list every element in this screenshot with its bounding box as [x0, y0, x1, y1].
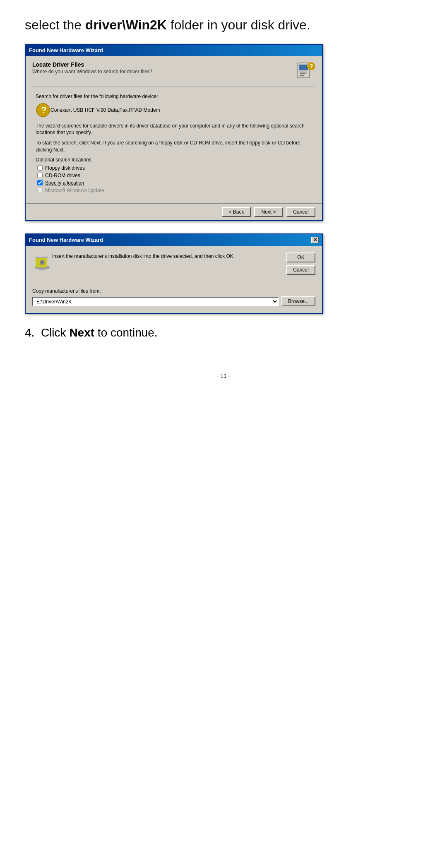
device-question-icon: ? — [36, 103, 50, 118]
dialog2-cancel-button[interactable]: Cancel — [286, 265, 315, 275]
dialog2-close-button[interactable]: ✕ — [311, 237, 319, 243]
checkbox-specify-input[interactable] — [37, 180, 43, 185]
browse-button[interactable]: Browse... — [281, 296, 315, 306]
step4-bold: Next — [69, 326, 94, 339]
svg-text:?: ? — [310, 63, 313, 70]
intro-text-after: folder in your disk drive. — [167, 17, 310, 32]
back-button[interactable]: < Back — [222, 207, 251, 217]
dialog2-ok-button[interactable]: OK — [286, 252, 315, 262]
dialog1-title: Found New Hardware Wizard — [29, 47, 103, 53]
path-row: E:\Driver\Win2K Browse... — [32, 296, 315, 306]
dialog1-found-new-hardware: Found New Hardware Wizard Locate Driver … — [25, 44, 323, 221]
intro-text-before: select the — [25, 17, 85, 32]
search-label: Search for driver files for the followin… — [36, 94, 312, 99]
main-body: Search for driver files for the followin… — [32, 90, 315, 198]
dialog2-message: Insert the manufacturer's installation d… — [52, 252, 280, 260]
desc2: To start the search, click Next. If you … — [36, 139, 312, 154]
wizard-icon: ? — [296, 61, 315, 81]
desc1: The wizard searches for suitable drivers… — [36, 123, 312, 137]
checkbox-specify[interactable]: Specify a location — [37, 180, 312, 186]
cancel-button[interactable]: Cancel — [286, 207, 315, 217]
next-button[interactable]: Next > — [254, 207, 283, 217]
intro-bold: driver\Win2K — [85, 17, 167, 32]
step4-text-before: Click — [41, 326, 69, 339]
dialog1-body: Locate Driver Files Where do you want Wi… — [26, 56, 322, 203]
dialog2-found-new-hardware: Found New Hardware Wizard ✕ Insert the m… — [25, 233, 323, 314]
dialog2-title: Found New Hardware Wizard — [29, 237, 103, 243]
checkbox-cdrom[interactable]: CD-ROM drives — [37, 173, 312, 178]
page-number: - 11 - — [25, 373, 422, 379]
dialog2-body: Insert the manufacturer's installation d… — [26, 246, 322, 313]
device-row: ? Conexant USB HCF V.90 Data,Fax,RTAD Mo… — [36, 103, 312, 118]
checkbox-winupdate-label: Microsoft Windows Update — [45, 188, 104, 193]
dialog1-footer: < Back Next > Cancel — [26, 203, 322, 220]
path-select[interactable]: E:\Driver\Win2K — [32, 297, 279, 306]
dialog1-titlebar: Found New Hardware Wizard — [26, 45, 322, 56]
dialog2-lower: Copy manufacturer's files from: E:\Drive… — [32, 283, 315, 306]
checkbox-specify-label: Specify a location — [45, 180, 84, 186]
locate-subtitle: Where do you want Windows to search for … — [32, 69, 296, 75]
svg-rect-1 — [299, 65, 308, 70]
dialog2-action-buttons: OK Cancel — [286, 252, 315, 275]
optional-label: Optional search locations: — [36, 157, 312, 163]
svg-point-12 — [41, 262, 43, 263]
locate-header: Locate Driver Files Where do you want Wi… — [32, 61, 315, 81]
step4-text-after: to continue. — [94, 326, 158, 339]
checkbox-winupdate-input — [37, 188, 43, 193]
checkbox-floppy[interactable]: Floppy disk drives — [37, 165, 312, 171]
locate-title: Locate Driver Files — [32, 61, 296, 68]
dialog2-titlebar: Found New Hardware Wizard ✕ — [26, 234, 322, 246]
step4-number: 4. — [25, 326, 34, 339]
divider1 — [32, 86, 315, 87]
checkbox-winupdate: Microsoft Windows Update — [37, 188, 312, 193]
checkbox-floppy-input[interactable] — [37, 165, 43, 171]
cd-disk-icon — [32, 252, 52, 272]
step4-paragraph: 4. Click Next to continue. — [25, 326, 422, 339]
checkbox-cdrom-label: CD-ROM drives — [45, 173, 80, 178]
checkbox-floppy-label: Floppy disk drives — [45, 165, 85, 171]
dialog2-top-row: Insert the manufacturer's installation d… — [32, 252, 315, 275]
copy-label: Copy manufacturer's files from: — [32, 288, 315, 294]
locate-header-text: Locate Driver Files Where do you want Wi… — [32, 61, 296, 75]
svg-text:?: ? — [41, 105, 46, 115]
checkbox-cdrom-input[interactable] — [37, 173, 43, 178]
svg-rect-13 — [35, 257, 48, 258]
device-name: Conexant USB HCF V.90 Data,Fax,RTAD Mode… — [50, 107, 160, 113]
intro-paragraph: select the driver\Win2K folder in your d… — [25, 17, 422, 34]
